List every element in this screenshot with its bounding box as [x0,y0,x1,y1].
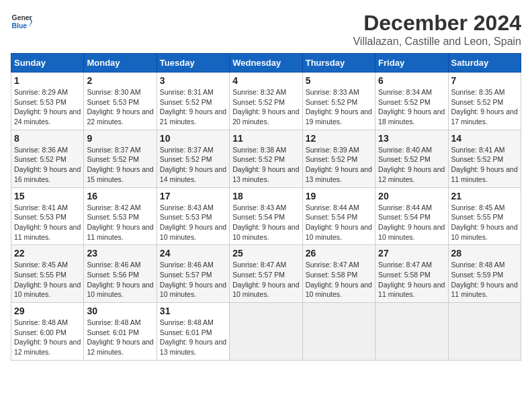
day-number: 20 [378,191,445,201]
calendar-day-cell: 24Sunrise: 8:46 AMSunset: 5:57 PMDayligh… [157,245,229,303]
day-number: 21 [451,191,518,201]
day-number: 3 [160,75,226,86]
day-number: 6 [378,75,445,86]
day-info: Sunrise: 8:46 AMSunset: 5:56 PMDaylight:… [87,260,153,300]
day-info: Sunrise: 8:35 AMSunset: 5:52 PMDaylight:… [451,87,518,127]
day-number: 7 [451,75,518,86]
location-title: Villalazan, Castille and Leon, Spain [353,36,521,48]
day-number: 22 [14,248,81,259]
calendar-day-cell: 28Sunrise: 8:48 AMSunset: 5:59 PMDayligh… [448,245,521,303]
day-number: 19 [306,191,372,201]
day-info: Sunrise: 8:43 AMSunset: 5:54 PMDaylight:… [232,203,299,242]
day-number: 9 [87,133,153,144]
day-number: 15 [14,191,81,201]
day-info: Sunrise: 8:48 AMSunset: 5:59 PMDaylight:… [451,260,518,300]
calendar-day-cell: 15Sunrise: 8:41 AMSunset: 5:53 PMDayligh… [11,187,84,245]
calendar-day-cell: 18Sunrise: 8:43 AMSunset: 5:54 PMDayligh… [230,187,302,245]
weekday-header-cell: Monday [84,54,157,73]
day-info: Sunrise: 8:41 AMSunset: 5:53 PMDaylight:… [14,203,81,242]
day-number: 24 [160,248,226,259]
calendar-body: 1Sunrise: 8:29 AMSunset: 5:53 PMDaylight… [11,73,521,361]
day-number: 29 [14,306,81,316]
day-info: Sunrise: 8:32 AMSunset: 5:52 PMDaylight:… [232,87,299,127]
day-number: 28 [451,248,518,259]
day-info: Sunrise: 8:43 AMSunset: 5:53 PMDaylight:… [160,203,226,242]
month-title: December 2024 [353,11,521,36]
weekday-header-cell: Saturday [448,54,521,73]
day-info: Sunrise: 8:40 AMSunset: 5:52 PMDaylight:… [378,145,445,185]
weekday-header-cell: Friday [375,54,448,73]
day-info: Sunrise: 8:46 AMSunset: 5:57 PMDaylight:… [160,260,226,300]
calendar-day-cell: 16Sunrise: 8:42 AMSunset: 5:53 PMDayligh… [84,187,157,245]
day-number: 11 [232,133,299,144]
day-number: 12 [306,133,372,144]
calendar-week-row: 8Sunrise: 8:36 AMSunset: 5:52 PMDaylight… [11,130,521,187]
calendar-day-cell: 17Sunrise: 8:43 AMSunset: 5:53 PMDayligh… [157,187,229,245]
calendar-day-cell: 20Sunrise: 8:44 AMSunset: 5:54 PMDayligh… [375,187,448,245]
day-info: Sunrise: 8:38 AMSunset: 5:52 PMDaylight:… [232,145,299,185]
day-info: Sunrise: 8:44 AMSunset: 5:54 PMDaylight:… [306,203,372,242]
day-info: Sunrise: 8:41 AMSunset: 5:52 PMDaylight:… [451,145,518,185]
day-number: 13 [378,133,445,144]
calendar-day-cell: 10Sunrise: 8:37 AMSunset: 5:52 PMDayligh… [157,130,229,187]
day-number: 23 [87,248,153,259]
day-number: 17 [160,191,226,201]
logo: General Blue [11,11,32,32]
calendar-table: SundayMondayTuesdayWednesdayThursdayFrid… [11,53,521,361]
day-info: Sunrise: 8:47 AMSunset: 5:58 PMDaylight:… [306,260,372,300]
calendar-day-cell: 11Sunrise: 8:38 AMSunset: 5:52 PMDayligh… [230,130,302,187]
day-number: 27 [378,248,445,259]
calendar-day-cell: 26Sunrise: 8:47 AMSunset: 5:58 PMDayligh… [302,245,375,303]
calendar-day-cell: 21Sunrise: 8:45 AMSunset: 5:55 PMDayligh… [448,187,521,245]
day-info: Sunrise: 8:37 AMSunset: 5:52 PMDaylight:… [87,145,153,185]
day-info: Sunrise: 8:48 AMSunset: 6:00 PMDaylight:… [14,318,81,357]
calendar-day-cell: 29Sunrise: 8:48 AMSunset: 6:00 PMDayligh… [11,303,84,361]
day-number: 10 [160,133,226,144]
weekday-header-cell: Wednesday [230,54,302,73]
logo-icon: General Blue [11,11,32,32]
day-info: Sunrise: 8:34 AMSunset: 5:52 PMDaylight:… [378,87,445,127]
calendar-week-row: 15Sunrise: 8:41 AMSunset: 5:53 PMDayligh… [11,187,521,245]
title-area: December 2024 Villalazan, Castille and L… [353,11,521,48]
calendar-day-cell: 7Sunrise: 8:35 AMSunset: 5:52 PMDaylight… [448,73,521,130]
day-info: Sunrise: 8:45 AMSunset: 5:55 PMDaylight:… [451,203,518,242]
day-number: 25 [232,248,299,259]
day-number: 16 [87,191,153,201]
day-number: 1 [14,75,81,86]
day-info: Sunrise: 8:47 AMSunset: 5:58 PMDaylight:… [378,260,445,300]
weekday-header-row: SundayMondayTuesdayWednesdayThursdayFrid… [11,54,521,73]
calendar-day-cell: 27Sunrise: 8:47 AMSunset: 5:58 PMDayligh… [375,245,448,303]
svg-text:Blue: Blue [12,22,28,30]
day-info: Sunrise: 8:33 AMSunset: 5:52 PMDaylight:… [306,87,372,127]
calendar-week-row: 22Sunrise: 8:45 AMSunset: 5:55 PMDayligh… [11,245,521,303]
day-number: 2 [87,75,153,86]
weekday-header-cell: Tuesday [157,54,229,73]
calendar-day-cell: 14Sunrise: 8:41 AMSunset: 5:52 PMDayligh… [448,130,521,187]
day-info: Sunrise: 8:48 AMSunset: 6:01 PMDaylight:… [87,318,153,357]
day-info: Sunrise: 8:31 AMSunset: 5:52 PMDaylight:… [160,87,226,127]
day-info: Sunrise: 8:39 AMSunset: 5:52 PMDaylight:… [306,145,372,185]
calendar-day-cell: 12Sunrise: 8:39 AMSunset: 5:52 PMDayligh… [302,130,375,187]
weekday-header-cell: Thursday [302,54,375,73]
calendar-day-cell: 8Sunrise: 8:36 AMSunset: 5:52 PMDaylight… [11,130,84,187]
day-info: Sunrise: 8:44 AMSunset: 5:54 PMDaylight:… [378,203,445,242]
day-number: 5 [306,75,372,86]
day-number: 30 [87,306,153,316]
day-info: Sunrise: 8:37 AMSunset: 5:52 PMDaylight:… [160,145,226,185]
day-info: Sunrise: 8:47 AMSunset: 5:57 PMDaylight:… [232,260,299,300]
calendar-week-row: 1Sunrise: 8:29 AMSunset: 5:53 PMDaylight… [11,73,521,130]
day-info: Sunrise: 8:30 AMSunset: 5:53 PMDaylight:… [87,87,153,127]
calendar-day-cell [302,303,375,361]
calendar-day-cell: 23Sunrise: 8:46 AMSunset: 5:56 PMDayligh… [84,245,157,303]
calendar-day-cell: 5Sunrise: 8:33 AMSunset: 5:52 PMDaylight… [302,73,375,130]
calendar-day-cell: 25Sunrise: 8:47 AMSunset: 5:57 PMDayligh… [230,245,302,303]
day-info: Sunrise: 8:29 AMSunset: 5:53 PMDaylight:… [14,87,81,127]
day-info: Sunrise: 8:36 AMSunset: 5:52 PMDaylight:… [14,145,81,185]
calendar-day-cell: 4Sunrise: 8:32 AMSunset: 5:52 PMDaylight… [230,73,302,130]
day-number: 18 [232,191,299,201]
calendar-day-cell: 2Sunrise: 8:30 AMSunset: 5:53 PMDaylight… [84,73,157,130]
day-info: Sunrise: 8:48 AMSunset: 6:01 PMDaylight:… [160,318,226,357]
calendar-day-cell: 3Sunrise: 8:31 AMSunset: 5:52 PMDaylight… [157,73,229,130]
weekday-header-cell: Sunday [11,54,84,73]
day-number: 26 [306,248,372,259]
